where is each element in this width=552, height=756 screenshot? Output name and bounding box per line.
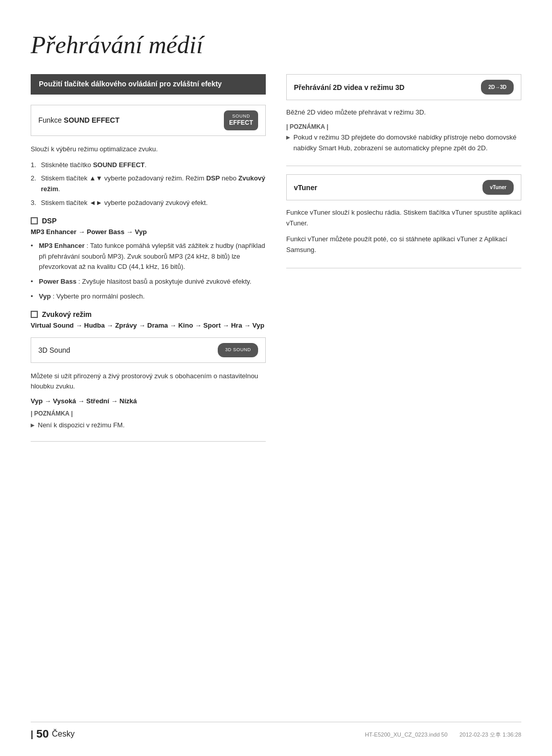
dsp-bullet-list: MP3 Enhancer : Tato funkce pomáhá vylepš… — [31, 241, 266, 302]
vtuner-label: vTuner — [294, 184, 317, 192]
video3d-section: Přehrávání 2D videa v režimu 3D 2D→3D Bě… — [286, 74, 521, 153]
video3d-text: Běžné 2D video můžete přehrávat v režimu… — [286, 107, 521, 118]
right-divider-1 — [286, 166, 521, 166]
right-divider-2 — [286, 268, 521, 268]
zvukovy-checkbox-icon — [31, 311, 38, 318]
sound3d-note: Není k dispozici v režimu FM. — [31, 420, 266, 431]
sound3d-button[interactable]: 3D SOUND — [218, 343, 258, 357]
sound-effect-btn-top: SOUND — [229, 113, 253, 120]
sound3d-label: 3D Sound — [38, 346, 70, 354]
sound-effect-label: Funkce SOUND EFFECT — [38, 116, 120, 124]
video3d-button[interactable]: 2D→3D — [481, 80, 514, 95]
zvukovy-chain: Virtual Sound → Hudba → Zprávy → Drama →… — [31, 322, 266, 329]
footer-left: | 50 Česky — [31, 727, 75, 741]
sound3d-btn-top: 3D SOUND — [225, 347, 251, 353]
page-title: Přehrávání médií — [31, 31, 521, 59]
footer: | 50 Česky HT-E5200_XU_CZ_0223.indd 50 2… — [31, 722, 521, 741]
footer-date: 2012-02-23 오후 1:36:28 — [459, 731, 521, 738]
footer-filename: HT-E5200_XU_CZ_0223.indd 50 — [365, 731, 447, 738]
right-column: Přehrávání 2D videa v režimu 3D 2D→3D Bě… — [286, 74, 521, 452]
footer-page-number: 50 — [36, 727, 49, 741]
dsp-bullet-3: Vyp : Vyberte pro normální poslech. — [31, 291, 266, 302]
sound3d-row: 3D Sound 3D SOUND — [31, 337, 266, 363]
step-3: Stiskem tlačítek ◄► vyberte požadovaný z… — [31, 198, 266, 209]
sound-effect-row: Funkce SOUND EFFECT SOUND EFFECT — [31, 105, 266, 136]
vtuner-row: vTuner vTuner — [286, 174, 521, 200]
step-1: Stiskněte tlačítko SOUND EFFECT. — [31, 160, 266, 171]
right-poznamka-label: | POZNÁMKA | — [286, 123, 521, 130]
sound-effect-btn-main: EFFECT — [229, 119, 253, 127]
vtuner-text-2: Funkci vTuner můžete použít poté, co si … — [286, 234, 521, 256]
sound3d-text: Můžete si užít přirozený a živý prostoro… — [31, 371, 266, 393]
steps-list: Stiskněte tlačítko SOUND EFFECT. Stiskem… — [31, 160, 266, 209]
intro-text: Slouží k výběru režimu optimalizace zvuk… — [31, 144, 266, 155]
dsp-chain: MP3 Enhancer → Power Bass → Vyp — [31, 228, 266, 236]
vtuner-section: vTuner vTuner Funkce vTuner slouží k pos… — [286, 174, 521, 255]
vtuner-button[interactable]: vTuner — [482, 180, 514, 195]
dsp-checkbox-icon — [31, 217, 38, 224]
section-header: Použití tlačítek dálkového ovládání pro … — [31, 74, 266, 95]
dsp-bullet-1: MP3 Enhancer : Tato funkce pomáhá vylepš… — [31, 241, 266, 272]
footer-pipe: | — [31, 729, 33, 740]
footer-right: HT-E5200_XU_CZ_0223.indd 50 2012-02-23 오… — [365, 730, 521, 739]
vtuner-btn-text: vTuner — [490, 185, 507, 190]
zvukovy-heading: Zvukový režim — [31, 310, 266, 318]
dsp-label: DSP — [42, 217, 57, 225]
vtuner-text-1: Funkce vTuner slouží k poslechu rádia. S… — [286, 208, 521, 229]
dsp-heading: DSP — [31, 217, 266, 225]
sound3d-chain: Vyp → Vysoká → Střední → Nízká — [31, 397, 266, 405]
video3d-label: Přehrávání 2D videa v režimu 3D — [294, 83, 404, 91]
left-divider — [31, 441, 266, 442]
footer-language: Česky — [52, 729, 75, 739]
right-note-text: Pokud v režimu 3D přejdete do domovské n… — [286, 132, 521, 154]
zvukovy-label: Zvukový režim — [42, 310, 91, 318]
dsp-bullet-2: Power Bass : Zvyšuje hlasitost basů a po… — [31, 277, 266, 287]
poznamka-label: | POZNÁMKA | — [31, 410, 266, 417]
sound-effect-button[interactable]: SOUND EFFECT — [224, 110, 258, 130]
video3d-btn-top: 2D→3D — [488, 84, 507, 90]
step-2: Stiskem tlačítek ▲▼ vyberte požadovaný r… — [31, 173, 266, 195]
video3d-row: Přehrávání 2D videa v režimu 3D 2D→3D — [286, 74, 521, 100]
left-column: Použití tlačítek dálkového ovládání pro … — [31, 74, 266, 452]
